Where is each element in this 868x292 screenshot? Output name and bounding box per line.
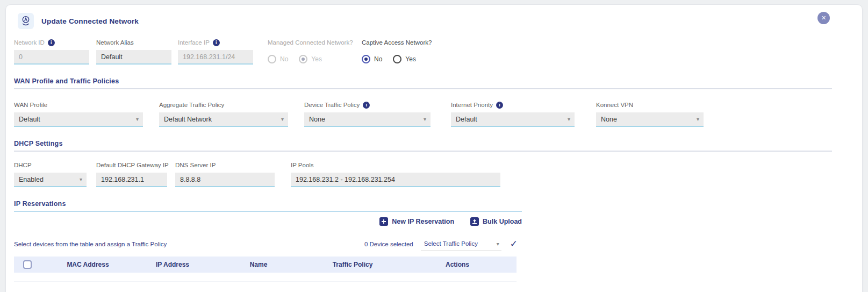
network-alias-label: Network Alias <box>96 39 171 46</box>
ip-pools-input[interactable] <box>291 173 500 187</box>
captive-network-label: Captive Access Network? <box>362 39 432 46</box>
info-icon[interactable]: i <box>363 102 370 109</box>
update-connected-network-dialog: Update Connected Network ✕ Network ID i … <box>5 4 863 292</box>
interface-ip-label: Interface IP i <box>178 39 253 46</box>
app-logo-icon <box>18 13 34 29</box>
table-row <box>14 273 517 282</box>
dhcp-gateway-input[interactable] <box>96 173 167 187</box>
interface-ip-input <box>178 50 253 65</box>
chevron-down-icon: ▾ <box>80 176 82 182</box>
konnect-vpn-select[interactable]: None ▾ <box>596 112 704 127</box>
captive-no-label: No <box>374 55 382 63</box>
device-selected-count: 0 Device selected <box>364 241 413 247</box>
managed-network-label: Managed Connected Network? <box>268 39 354 46</box>
captive-no-radio[interactable] <box>362 55 370 63</box>
dhcp-gateway-field: Default DHCP Gateway IP <box>96 161 167 187</box>
wan-section-heading: WAN Profile and Traffic Policies <box>14 77 862 85</box>
internet-priority-select[interactable]: Default ▾ <box>451 112 575 127</box>
aggregate-traffic-policy-select[interactable]: Default Network ▾ <box>159 112 288 127</box>
bulk-upload-button[interactable]: Bulk Upload <box>470 217 522 226</box>
column-header-actions: Actions <box>398 261 517 268</box>
chevron-down-icon: ▾ <box>568 116 570 122</box>
new-ip-reservation-button[interactable]: New IP Reservation <box>379 217 454 226</box>
chevron-down-icon: ▾ <box>281 116 284 122</box>
konnect-vpn-label: Konnect VPN <box>596 101 704 109</box>
managed-yes-label: Yes <box>311 55 322 63</box>
managed-yes-radio <box>299 55 307 63</box>
captive-network-radio-group: Captive Access Network? No Yes <box>362 39 432 65</box>
dns-server-field: DNS Server IP <box>175 161 275 187</box>
ip-pools-label: IP Pools <box>291 161 500 169</box>
dialog-header: Update Connected Network <box>18 13 862 29</box>
dialog-title: Update Connected Network <box>41 17 139 25</box>
assign-policy-row: Select devices from the table and assign… <box>14 237 522 251</box>
dhcp-section-heading: DHCP Settings <box>14 140 862 147</box>
dhcp-fields-row: DHCP Enabled ▾ Default DHCP Gateway IP D… <box>14 161 862 187</box>
managed-network-radio-group: Managed Connected Network? No Yes <box>268 39 354 65</box>
wan-profile-label: WAN Profile <box>14 101 143 109</box>
basic-fields-row: Network ID i Network Alias Interface IP … <box>14 39 862 65</box>
wan-profile-field: WAN Profile Default ▾ <box>14 101 143 127</box>
network-id-input <box>14 50 89 65</box>
info-icon[interactable]: i <box>48 39 55 46</box>
managed-no-radio <box>268 55 276 63</box>
dhcp-gateway-label: Default DHCP Gateway IP <box>96 161 167 169</box>
info-icon[interactable]: i <box>213 39 220 46</box>
close-icon[interactable]: ✕ <box>817 12 830 24</box>
managed-no-label: No <box>280 55 288 63</box>
network-id-label: Network ID i <box>14 39 89 46</box>
dhcp-select[interactable]: Enabled ▾ <box>14 173 87 187</box>
ip-reservations-table: MAC Address IP Address Name Traffic Poli… <box>14 257 517 282</box>
device-traffic-policy-field: Device Traffic Policy i None ▾ <box>304 101 431 127</box>
dns-server-input[interactable] <box>175 173 275 187</box>
aggregate-traffic-policy-field: Aggregate Traffic Policy Default Network… <box>159 101 288 127</box>
network-id-field: Network ID i <box>14 39 89 65</box>
internet-priority-label: Internet Priority i <box>451 101 575 109</box>
device-traffic-policy-label: Device Traffic Policy i <box>304 101 431 109</box>
chevron-down-icon: ▾ <box>136 116 139 122</box>
ip-reservations-heading: IP Reservations <box>14 200 862 208</box>
column-header-ip-address: IP Address <box>135 261 210 268</box>
column-header-name: Name <box>210 261 307 268</box>
device-traffic-policy-select[interactable]: None ▾ <box>304 112 431 127</box>
apply-policy-check-icon[interactable]: ✓ <box>510 238 518 250</box>
plus-icon <box>379 217 388 226</box>
network-alias-field: Network Alias <box>96 39 171 65</box>
captive-yes-radio[interactable] <box>393 55 401 63</box>
dns-server-label: DNS Server IP <box>175 161 275 169</box>
assign-hint-text: Select devices from the table and assign… <box>14 241 167 247</box>
captive-yes-label: Yes <box>405 55 416 63</box>
column-header-traffic-policy: Traffic Policy <box>307 261 398 268</box>
network-alias-input[interactable] <box>96 50 171 65</box>
dhcp-section-divider <box>14 151 832 152</box>
wan-section-divider <box>14 88 832 89</box>
interface-ip-field: Interface IP i <box>178 39 253 65</box>
ip-reservations-divider <box>14 211 522 212</box>
konnect-vpn-field: Konnect VPN None ▾ <box>596 101 704 127</box>
wan-profile-select[interactable]: Default ▾ <box>14 112 143 127</box>
aggregate-traffic-policy-label: Aggregate Traffic Policy <box>159 101 288 109</box>
wan-fields-row: WAN Profile Default ▾ Aggregate Traffic … <box>14 101 862 127</box>
select-traffic-policy-dropdown[interactable]: Select Traffic Policy ▾ <box>421 237 501 251</box>
chevron-down-icon: ▾ <box>424 116 426 122</box>
info-icon[interactable]: i <box>496 102 503 109</box>
chevron-down-icon: ▾ <box>497 241 499 247</box>
column-header-mac-address: MAC Address <box>41 261 135 268</box>
upload-icon <box>470 217 479 226</box>
internet-priority-field: Internet Priority i Default ▾ <box>451 101 575 127</box>
select-all-checkbox[interactable] <box>23 260 32 269</box>
dhcp-field: DHCP Enabled ▾ <box>14 161 87 187</box>
ip-pools-field: IP Pools <box>291 161 500 187</box>
chevron-down-icon: ▾ <box>697 116 699 122</box>
dhcp-label: DHCP <box>14 161 87 169</box>
reservation-actions-row: New IP Reservation Bulk Upload <box>14 217 522 226</box>
table-header-row: MAC Address IP Address Name Traffic Poli… <box>14 257 517 273</box>
